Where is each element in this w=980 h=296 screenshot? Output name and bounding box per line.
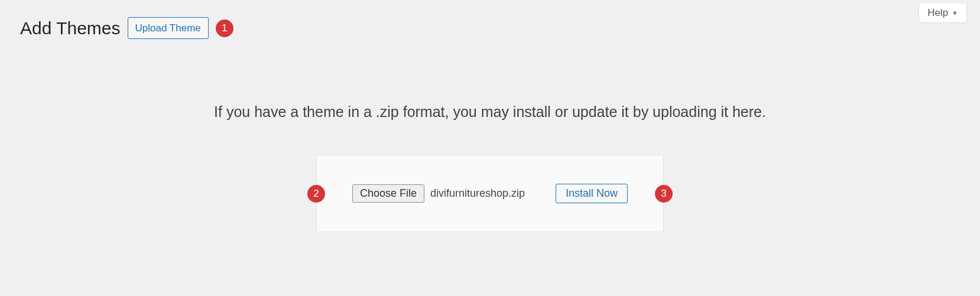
annotation-badge-2: 2: [307, 185, 325, 203]
page-title: Add Themes: [20, 17, 121, 40]
upload-theme-button[interactable]: Upload Theme: [128, 17, 209, 39]
upload-instruction: If you have a theme in a .zip format, yo…: [0, 103, 980, 121]
annotation-badge-1: 1: [216, 19, 233, 37]
chevron-down-icon: ▼: [952, 9, 958, 17]
help-tab[interactable]: Help ▼: [919, 4, 967, 23]
file-input-group: Choose File divifurnitureshop.zip: [352, 184, 549, 203]
upload-form: 2 Choose File divifurnitureshop.zip Inst…: [316, 155, 664, 232]
choose-file-button[interactable]: Choose File: [352, 184, 424, 203]
selected-file-name: divifurnitureshop.zip: [430, 187, 525, 200]
page-header: Add Themes Upload Theme 1: [0, 0, 980, 40]
install-now-button[interactable]: Install Now: [556, 184, 628, 203]
help-label: Help: [927, 7, 948, 19]
annotation-badge-3: 3: [655, 185, 673, 203]
